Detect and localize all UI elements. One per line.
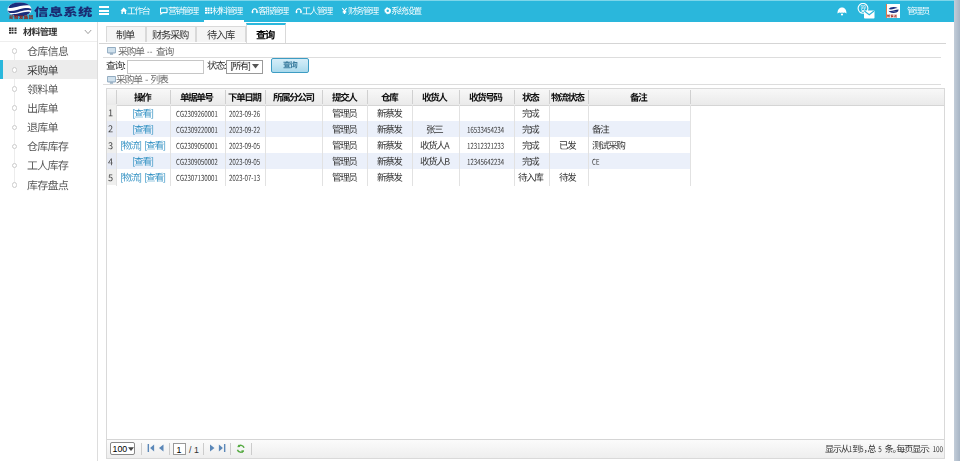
svg-text:99: 99	[860, 5, 866, 10]
